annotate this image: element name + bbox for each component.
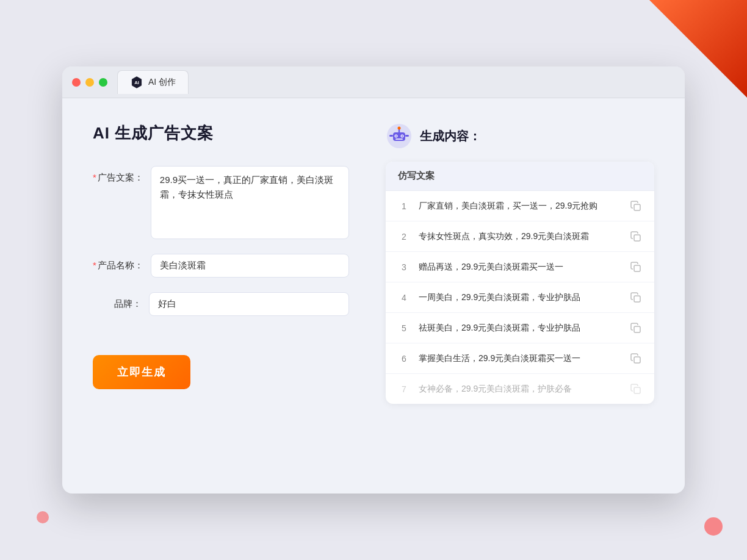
svg-rect-18 bbox=[634, 357, 640, 363]
copy-icon[interactable] bbox=[630, 261, 642, 273]
close-button[interactable] bbox=[72, 78, 81, 87]
result-header: 生成内容： bbox=[386, 123, 654, 149]
brand-group: 品牌： bbox=[93, 292, 349, 316]
result-row: 6 掌握美白生活，29.9元美白淡斑霜买一送一 bbox=[386, 343, 654, 374]
svg-rect-13 bbox=[634, 204, 640, 210]
browser-window: AI AI 创作 AI 生成广告文案 *广告文案： *产品名称： bbox=[62, 66, 685, 494]
row-text: 祛斑美白，29.9元美白淡斑霜，专业护肤品 bbox=[419, 321, 621, 334]
svg-rect-15 bbox=[634, 265, 640, 271]
result-rows-container: 1 厂家直销，美白淡斑霜，买一送一，29.9元抢购 2 专抹女性斑点，真实功效，… bbox=[386, 191, 654, 404]
ad-copy-group: *广告文案： bbox=[93, 166, 349, 239]
copy-icon[interactable] bbox=[630, 292, 642, 304]
title-bar: AI AI 创作 bbox=[62, 66, 685, 98]
window-controls bbox=[72, 78, 107, 87]
row-text: 赠品再送，29.9元美白淡斑霜买一送一 bbox=[419, 260, 621, 273]
result-table: 仿写文案 1 厂家直销，美白淡斑霜，买一送一，29.9元抢购 2 专抹女性斑点，… bbox=[386, 162, 654, 404]
generate-button[interactable]: 立即生成 bbox=[93, 355, 190, 389]
product-name-input[interactable] bbox=[151, 254, 349, 278]
brand-input[interactable] bbox=[149, 292, 349, 316]
svg-rect-11 bbox=[389, 135, 393, 137]
copy-icon[interactable] bbox=[630, 231, 642, 243]
product-name-required: * bbox=[93, 260, 96, 270]
ai-creation-tab[interactable]: AI AI 创作 bbox=[117, 70, 189, 94]
bg-decoration-bottom-left bbox=[37, 511, 49, 523]
copy-icon[interactable] bbox=[630, 322, 642, 334]
row-text: 专抹女性斑点，真实功效，29.9元美白淡斑霜 bbox=[419, 230, 621, 243]
row-number: 1 bbox=[398, 201, 410, 211]
copy-icon[interactable] bbox=[630, 200, 642, 212]
brand-label: 品牌： bbox=[93, 292, 142, 310]
result-row: 1 厂家直销，美白淡斑霜，买一送一，29.9元抢购 bbox=[386, 191, 654, 221]
row-number: 5 bbox=[398, 323, 410, 333]
copy-icon[interactable] bbox=[630, 353, 642, 365]
svg-rect-19 bbox=[634, 387, 640, 393]
result-row: 5 祛斑美白，29.9元美白淡斑霜，专业护肤品 bbox=[386, 313, 654, 343]
row-number: 7 bbox=[398, 384, 410, 394]
page-title: AI 生成广告文案 bbox=[93, 123, 349, 144]
row-number: 4 bbox=[398, 293, 410, 303]
content-area: AI 生成广告文案 *广告文案： *产品名称： 品牌： 立 bbox=[62, 98, 685, 428]
result-row: 7 女神必备，29.9元美白淡斑霜，护肤必备 bbox=[386, 374, 654, 404]
row-number: 3 bbox=[398, 262, 410, 272]
ad-copy-input[interactable] bbox=[151, 166, 349, 239]
svg-rect-12 bbox=[405, 135, 409, 137]
svg-rect-14 bbox=[634, 235, 640, 241]
tab-label: AI 创作 bbox=[148, 77, 176, 88]
svg-point-9 bbox=[402, 135, 403, 137]
row-text: 厂家直销，美白淡斑霜，买一送一，29.9元抢购 bbox=[419, 199, 621, 212]
row-text: 一周美白，29.9元美白淡斑霜，专业护肤品 bbox=[419, 291, 621, 304]
svg-point-8 bbox=[395, 135, 397, 137]
result-table-header: 仿写文案 bbox=[386, 162, 654, 191]
minimize-button[interactable] bbox=[85, 78, 94, 87]
right-panel: 生成内容： 仿写文案 1 厂家直销，美白淡斑霜，买一送一，29.9元抢购 2 专… bbox=[386, 123, 654, 404]
row-text: 掌握美白生活，29.9元美白淡斑霜买一送一 bbox=[419, 352, 621, 365]
result-title: 生成内容： bbox=[420, 128, 481, 145]
svg-rect-17 bbox=[634, 326, 640, 332]
result-row: 2 专抹女性斑点，真实功效，29.9元美白淡斑霜 bbox=[386, 221, 654, 252]
robot-icon bbox=[386, 123, 413, 149]
svg-rect-16 bbox=[634, 296, 640, 302]
product-name-label: *产品名称： bbox=[93, 254, 143, 271]
bg-decoration-bottom-right bbox=[704, 517, 723, 536]
row-text: 女神必备，29.9元美白淡斑霜，护肤必备 bbox=[419, 382, 621, 395]
row-number: 2 bbox=[398, 232, 410, 242]
row-number: 6 bbox=[398, 354, 410, 364]
maximize-button[interactable] bbox=[99, 78, 107, 87]
ai-tab-icon: AI bbox=[130, 76, 143, 89]
product-name-group: *产品名称： bbox=[93, 254, 349, 278]
copy-icon[interactable] bbox=[630, 383, 642, 395]
result-row: 3 赠品再送，29.9元美白淡斑霜买一送一 bbox=[386, 252, 654, 282]
svg-rect-10 bbox=[395, 138, 403, 140]
ad-copy-required: * bbox=[93, 172, 96, 182]
result-row: 4 一周美白，29.9元美白淡斑霜，专业护肤品 bbox=[386, 282, 654, 313]
svg-point-5 bbox=[398, 127, 401, 130]
svg-text:AI: AI bbox=[134, 80, 139, 85]
ad-copy-label: *广告文案： bbox=[93, 166, 143, 184]
left-panel: AI 生成广告文案 *广告文案： *产品名称： 品牌： 立 bbox=[93, 123, 349, 404]
